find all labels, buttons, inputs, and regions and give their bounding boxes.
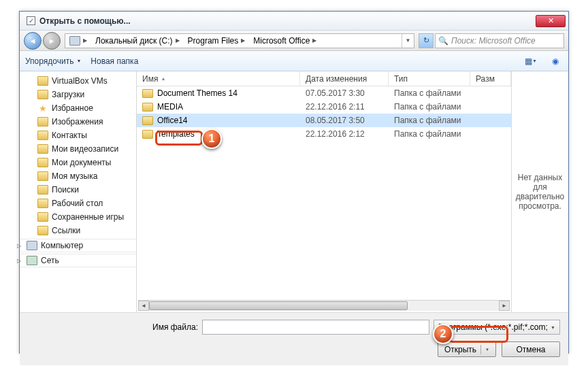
list-item[interactable]: Templates 22.12.2016 2:12 Папка с файлам…	[137, 127, 511, 141]
refresh-button[interactable]: ↻	[419, 33, 434, 48]
breadcrumb-seg-1[interactable]: Локальный диск (C:)▶	[91, 34, 184, 48]
scroll-left-icon[interactable]: ◄	[138, 301, 149, 311]
folder-icon	[142, 116, 153, 125]
folder-icon	[37, 171, 48, 181]
computer-icon	[69, 36, 80, 46]
forward-button[interactable]: ►	[43, 32, 61, 50]
tree-item[interactable]: VirtualBox VMs	[20, 74, 136, 88]
folder-icon	[37, 117, 48, 127]
chevron-down-icon: ▼	[485, 348, 489, 352]
tree-item[interactable]: Изображения	[20, 115, 136, 129]
view-options-button[interactable]: ▦ ▼	[523, 54, 538, 69]
tree-item[interactable]: Сохраненные игры	[20, 210, 136, 224]
annotation-marker-2: 2	[433, 324, 453, 344]
scroll-right-icon[interactable]: ►	[499, 301, 510, 311]
folder-icon	[37, 185, 48, 195]
tree-item[interactable]: Моя музыка	[20, 169, 136, 183]
search-input[interactable]: 🔍 Поиск: Microsoft Office	[435, 33, 564, 48]
new-folder-button[interactable]: Новая папка	[91, 56, 138, 66]
tree-item[interactable]: Рабочий стол	[20, 197, 136, 210]
open-with-dialog: ✓ Открыть с помощью... ✕ ◄ ► ▶ Локальный…	[19, 11, 569, 354]
folder-icon	[37, 144, 48, 154]
file-list[interactable]: Document Themes 14 07.05.2017 3:30 Папка…	[137, 86, 511, 300]
organize-button[interactable]: Упорядочить▼	[25, 56, 81, 66]
bottom-panel: Имя файла: Программы (*.exe;*.pif;*.com;…	[20, 312, 568, 365]
favorites-icon: ★	[37, 103, 48, 113]
folder-icon	[37, 226, 48, 235]
col-name[interactable]: Имя▲	[137, 71, 300, 86]
tree-item[interactable]: Ссылки	[20, 224, 136, 237]
close-button[interactable]: ✕	[536, 15, 566, 27]
horizontal-scrollbar[interactable]: ◄ ►	[138, 300, 510, 311]
tree-item[interactable]: Мои видеозаписи	[20, 142, 136, 156]
filename-input[interactable]	[202, 320, 429, 335]
tree-item[interactable]: Поиски	[20, 183, 136, 197]
col-type[interactable]: Тип	[389, 71, 470, 86]
nav-tree[interactable]: VirtualBox VMs Загрузки ★Избранное Изобр…	[20, 71, 137, 312]
chevron-right-icon: ▷	[20, 243, 21, 249]
folder-icon	[37, 76, 48, 86]
tree-item[interactable]: ★Избранное	[20, 101, 136, 115]
breadcrumb[interactable]: ▶ Локальный диск (C:)▶ Program Files▶ Mi…	[65, 33, 414, 48]
nav-bar: ◄ ► ▶ Локальный диск (C:)▶ Program Files…	[20, 31, 568, 51]
col-date[interactable]: Дата изменения	[300, 71, 389, 86]
list-item[interactable]: MEDIA 22.12.2016 2:11 Папка с файлами	[137, 100, 511, 114]
tree-item[interactable]: Мои документы	[20, 156, 136, 169]
preview-pane: Нет данных для дварительно просмотра.	[511, 71, 568, 312]
breadcrumb-seg-2[interactable]: Program Files▶	[184, 34, 250, 48]
folder-icon	[37, 131, 48, 140]
list-item[interactable]: Document Themes 14 07.05.2017 3:30 Папка…	[137, 86, 511, 100]
annotation-marker-1: 1	[201, 129, 222, 149]
folder-icon	[142, 103, 153, 112]
folder-icon	[142, 130, 153, 139]
folder-icon	[37, 158, 48, 167]
folder-icon	[142, 89, 153, 98]
chevron-down-icon: ▼	[551, 325, 555, 330]
search-placeholder: Поиск: Microsoft Office	[451, 36, 536, 46]
folder-icon	[37, 212, 48, 222]
tree-network[interactable]: ▷Сеть	[20, 254, 136, 267]
tree-computer[interactable]: ▷Компьютер	[20, 239, 136, 252]
col-size[interactable]: Разм	[470, 71, 511, 86]
breadcrumb-seg-3[interactable]: Microsoft Office▶	[249, 34, 321, 48]
command-bar: Упорядочить▼ Новая папка ▦ ▼ ◉	[20, 51, 568, 71]
filename-label: Имя файла:	[28, 322, 198, 332]
tree-item[interactable]: Загрузки	[20, 88, 136, 101]
computer-icon	[27, 241, 37, 250]
cancel-button[interactable]: Отмена	[502, 341, 560, 357]
app-icon: ✓	[27, 16, 35, 25]
preview-text: Нет данных для дварительно просмотра.	[516, 173, 564, 211]
open-button[interactable]: Открыть▼	[438, 341, 496, 357]
file-list-panel: Имя▲ Дата изменения Тип Разм Document Th…	[137, 71, 511, 312]
column-headers: Имя▲ Дата изменения Тип Разм	[137, 71, 511, 86]
title-bar: ✓ Открыть с помощью... ✕	[20, 12, 568, 31]
breadcrumb-dropdown[interactable]: ▼	[402, 34, 414, 48]
scroll-thumb[interactable]	[149, 301, 408, 310]
breadcrumb-root[interactable]: ▶	[65, 34, 91, 48]
chevron-right-icon: ▷	[20, 258, 21, 264]
network-icon	[27, 256, 37, 265]
folder-icon	[37, 90, 48, 99]
folder-icon	[37, 199, 48, 208]
search-icon: 🔍	[438, 36, 448, 46]
list-item-selected[interactable]: Office14 08.05.2017 3:50 Папка с файлами	[137, 114, 511, 127]
tree-item[interactable]: Контакты	[20, 129, 136, 142]
window-title: Открыть с помощью...	[39, 16, 536, 26]
sort-asc-icon: ▲	[161, 76, 165, 81]
back-button[interactable]: ◄	[24, 32, 42, 50]
help-button[interactable]: ◉	[548, 54, 563, 69]
